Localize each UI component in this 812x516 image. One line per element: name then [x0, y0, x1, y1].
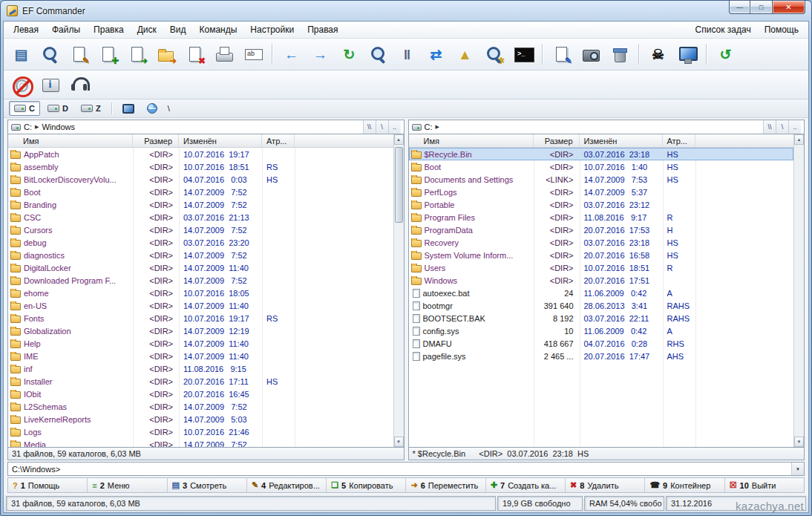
fn-button-8[interactable]: ✖8Удалить — [566, 478, 645, 492]
menu-right-panel[interactable]: Правая — [301, 22, 344, 37]
pack-button[interactable]: ▲ — [451, 42, 479, 67]
column-header-size[interactable]: Размер — [534, 134, 580, 147]
update-button[interactable]: ↺ — [712, 42, 739, 67]
file-row[interactable]: config.sys1011.06.2009 0:42A — [409, 324, 794, 337]
column-header-attr[interactable]: Атр... — [262, 134, 295, 147]
copy-file-button[interactable]: ✚ — [94, 42, 122, 67]
file-row[interactable]: AppPatch<DIR>10.07.2016 19:17 — [8, 148, 393, 160]
file-row[interactable]: en-US<DIR>14.07.2009 11:40 — [8, 299, 393, 312]
panel-layout-button[interactable]: ▤ — [7, 42, 35, 67]
file-row[interactable]: Portable<DIR>03.07.2016 23:12 — [409, 198, 794, 211]
scroll-up-button[interactable]: ▲ — [394, 134, 404, 145]
column-header-size[interactable]: Размер — [133, 134, 179, 147]
file-row[interactable]: bootmgr391 64028.06.2013 3:41RAHS — [409, 299, 794, 312]
print-button[interactable] — [210, 42, 238, 67]
menu-disk[interactable]: Диск — [131, 22, 163, 37]
root-button[interactable]: \\ — [763, 120, 776, 134]
kill-process-button[interactable]: ☠ — [644, 42, 672, 67]
vertical-scrollbar[interactable]: ▲ ▼ — [793, 134, 804, 447]
compare-button[interactable]: ‖ — [393, 42, 421, 67]
file-row[interactable]: LiveKernelReports<DIR>14.07.2009 5:03 — [8, 413, 393, 425]
file-row[interactable]: BOOTSECT.BAK8 19203.07.2016 22:11RAHS — [409, 312, 794, 324]
sync-dirs-button[interactable]: ⇄ — [422, 42, 450, 67]
parent-button[interactable]: \ — [776, 120, 788, 134]
file-row[interactable]: Branding<DIR>14.07.2009 7:52 — [8, 198, 393, 211]
menu-help[interactable]: Помощь — [758, 22, 805, 37]
scroll-down-button[interactable]: ▼ — [394, 437, 404, 447]
fn-button-1[interactable]: ?1Помощь — [8, 478, 88, 492]
camera-button[interactable] — [577, 42, 604, 67]
file-row[interactable]: diagnostics<DIR>14.07.2009 7:52 — [8, 249, 393, 261]
network-drive-button[interactable] — [142, 101, 163, 116]
file-row[interactable]: DigitalLocker<DIR>14.07.2009 11:40 — [8, 261, 393, 274]
history-button[interactable]: .. — [388, 120, 401, 134]
vertical-scrollbar[interactable]: ▲ ▼ — [393, 134, 404, 447]
file-row[interactable]: inf<DIR>11.08.2016 9:15 — [8, 362, 393, 375]
file-row[interactable]: assembly<DIR>10.07.2016 18:51RS — [8, 160, 393, 173]
drive-z-button[interactable]: Z — [76, 101, 106, 116]
desktop-drive-button[interactable] — [117, 101, 140, 116]
drive-c-button[interactable]: C — [9, 101, 40, 116]
file-row[interactable]: Help<DIR>14.07.2009 11:40 — [8, 337, 393, 350]
edit-file-button[interactable]: ✎ — [65, 42, 93, 67]
root-button[interactable]: \\ — [363, 120, 376, 134]
column-header-date[interactable]: Изменён — [580, 134, 663, 147]
file-row[interactable]: Program Files<DIR>11.08.2016 9:17R — [409, 211, 794, 223]
parent-button[interactable]: \ — [376, 120, 388, 134]
delete-file-button[interactable]: ✖ — [181, 42, 209, 67]
minimize-button[interactable]: — — [729, 1, 750, 14]
fn-button-6[interactable]: ➜6Переместить — [406, 478, 485, 492]
fn-button-2[interactable]: ≡2Меню — [88, 478, 167, 492]
file-row[interactable]: Media<DIR>14.07.2009 7:52 — [8, 438, 393, 447]
file-row[interactable]: Boot<DIR>10.07.2016 1:40HS — [409, 160, 794, 173]
file-row[interactable]: IME<DIR>14.07.2009 11:40 — [8, 350, 393, 362]
menu-settings[interactable]: Настройки — [243, 22, 301, 37]
fn-button-10[interactable]: ☒10Выйти — [725, 478, 804, 492]
file-row[interactable]: Installer<DIR>20.07.2016 17:11HS — [8, 375, 393, 388]
fn-button-3[interactable]: ▤3Смотреть — [168, 478, 247, 492]
file-row[interactable]: Documents and Settings<LINK>14.07.2009 7… — [409, 173, 794, 186]
menu-commands[interactable]: Команды — [192, 22, 243, 37]
search-button[interactable] — [364, 42, 392, 67]
scroll-thumb[interactable] — [395, 147, 403, 223]
file-row[interactable]: Globalization<DIR>14.07.2009 12:19 — [8, 324, 393, 337]
file-row[interactable]: ProgramData<DIR>20.07.2016 17:53H — [409, 223, 794, 236]
forward-button[interactable]: → — [307, 42, 334, 67]
history-button[interactable]: .. — [788, 120, 801, 134]
file-row[interactable]: Boot<DIR>14.07.2009 7:52 — [8, 186, 393, 198]
refresh-button[interactable]: ↻ — [335, 42, 363, 67]
back-button[interactable]: ← — [278, 42, 305, 67]
rename-button[interactable] — [239, 42, 266, 67]
file-row[interactable]: IObit<DIR>20.07.2016 16:45 — [8, 388, 393, 400]
move-file-button[interactable]: ➜ — [123, 42, 151, 67]
right-path-bar[interactable]: C: ▶ \\ \ .. — [408, 120, 805, 134]
file-row[interactable]: autoexec.bat2411.06.2009 0:42A — [409, 287, 794, 299]
file-row[interactable]: Fonts<DIR>10.07.2016 19:17RS — [8, 312, 393, 324]
scroll-up-button[interactable]: ▲ — [794, 134, 804, 145]
file-row[interactable]: DMAFU418 66704.07.2016 0:28RHS — [409, 337, 794, 350]
file-row[interactable]: CSC<DIR>03.07.2016 21:13 — [8, 211, 393, 223]
file-row[interactable]: Users<DIR>10.07.2016 18:51R — [409, 261, 794, 274]
maximize-button[interactable]: □ — [750, 1, 772, 14]
remote-desktop-button[interactable] — [673, 42, 701, 67]
file-row[interactable]: PerfLogs<DIR>14.07.2009 5:37 — [409, 186, 794, 198]
left-path-bar[interactable]: C: ▶ Windows \\ \ .. — [7, 120, 405, 134]
command-line-input[interactable]: C:\Windows> ▼ — [7, 462, 805, 476]
menu-left-panel[interactable]: Левая — [7, 22, 45, 37]
dos-prompt-button[interactable] — [509, 42, 537, 67]
drive-d-button[interactable]: D — [42, 101, 73, 116]
fn-button-7[interactable]: ✚7Создать ка... — [486, 478, 566, 492]
column-header-attr[interactable]: Атр... — [663, 134, 695, 147]
audio-cd-button[interactable] — [65, 72, 93, 97]
file-row[interactable]: Cursors<DIR>14.07.2009 7:52 — [8, 223, 393, 236]
scroll-down-button[interactable]: ▼ — [794, 437, 804, 447]
menu-task-list[interactable]: Список задач — [689, 22, 758, 37]
unmount-cd-button[interactable] — [7, 72, 35, 97]
menu-edit[interactable]: Правка — [87, 22, 131, 37]
title-bar[interactable]: EF Commander — □ ✕ — [1, 1, 811, 21]
file-row[interactable]: Logs<DIR>10.07.2016 21:46 — [8, 425, 393, 438]
file-row[interactable]: ehome<DIR>10.07.2016 18:05 — [8, 287, 393, 299]
file-row[interactable]: Downloaded Program F...<DIR>14.07.2009 7… — [8, 274, 393, 287]
close-button[interactable]: ✕ — [772, 1, 805, 14]
file-row[interactable]: debug<DIR>03.07.2016 23:20 — [8, 236, 393, 249]
